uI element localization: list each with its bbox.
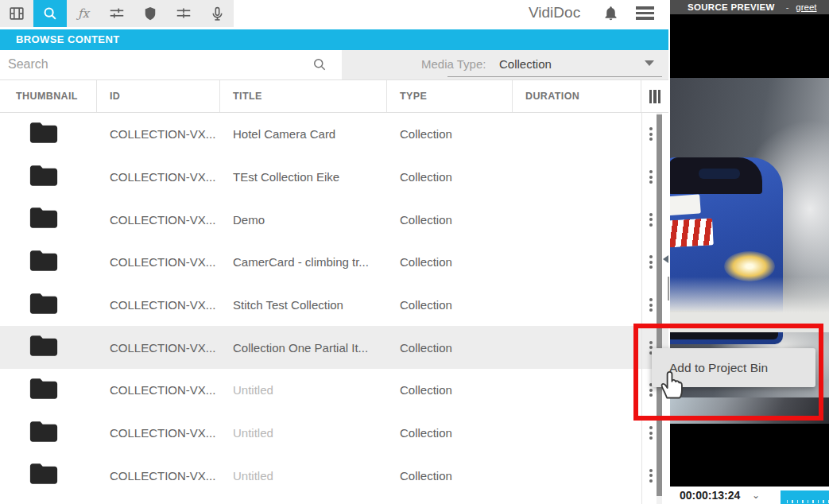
row-title: Untitled xyxy=(220,469,387,483)
source-preview-header: SOURCE PREVIEW - greet xyxy=(670,0,829,14)
row-type: Collection xyxy=(387,213,513,227)
table-row[interactable]: COLLECTION-VX... Demo Collection xyxy=(0,198,668,241)
row-title: Untitled xyxy=(220,383,387,397)
row-id: COLLECTION-VX... xyxy=(97,127,220,141)
media-type-value: Collection xyxy=(499,57,552,71)
header-separator: - xyxy=(786,2,789,12)
row-id: COLLECTION-VX... xyxy=(97,383,220,397)
row-type: Collection xyxy=(387,170,513,184)
timecode-chevron-icon[interactable]: ⌄ xyxy=(752,490,760,501)
timeline-button[interactable] xyxy=(781,490,829,504)
hand-cursor-icon xyxy=(657,367,687,404)
search-input[interactable] xyxy=(8,52,326,76)
app-title: VidiDoc xyxy=(529,4,580,21)
row-type: Collection xyxy=(387,255,513,269)
chevron-down-icon[interactable] xyxy=(645,60,654,66)
row-title: Demo xyxy=(220,213,387,227)
table-body: COLLECTION-VX... Hotel Camera Card Colle… xyxy=(0,113,668,504)
shield-icon[interactable] xyxy=(134,0,167,27)
folder-icon xyxy=(29,347,59,361)
thumbnail-cell xyxy=(0,461,97,490)
table-row[interactable]: COLLECTION-VX... TEst Collection Eike Co… xyxy=(0,156,668,199)
folder-icon xyxy=(29,219,59,233)
row-type: Collection xyxy=(387,383,513,397)
column-header-title[interactable]: TITLE xyxy=(220,80,387,112)
row-id: COLLECTION-VX... xyxy=(97,298,220,312)
table-row[interactable]: COLLECTION-VX... Untitled Collection xyxy=(0,369,668,412)
row-title: Hotel Camera Card xyxy=(220,127,387,141)
source-preview-title: SOURCE PREVIEW xyxy=(688,2,775,12)
vididoc-app: ƒx xyxy=(0,0,829,504)
microphone-icon[interactable] xyxy=(200,0,234,27)
collapse-panel-arrow-icon[interactable] xyxy=(663,255,668,263)
row-type: Collection xyxy=(387,127,513,141)
tool-strip: ƒx xyxy=(0,0,234,27)
video-preview xyxy=(670,14,829,487)
row-id: COLLECTION-VX... xyxy=(97,170,220,184)
thumbnail-cell xyxy=(0,248,97,277)
pane-divider-handle[interactable] xyxy=(668,277,669,300)
row-id: COLLECTION-VX... xyxy=(97,213,220,227)
folder-icon xyxy=(29,390,59,404)
row-id: COLLECTION-VX... xyxy=(97,426,220,440)
media-type-select[interactable]: Media Type: Collection xyxy=(342,50,668,79)
timecode-display: 00:00:13:24 xyxy=(680,489,740,502)
folder-icon xyxy=(29,433,59,447)
table-row[interactable]: COLLECTION-VX... Untitled Collection xyxy=(0,412,668,455)
top-toolbar: ƒx xyxy=(0,0,670,27)
row-title: Untitled xyxy=(220,426,387,440)
row-title: TEst Collection Eike xyxy=(220,170,387,184)
bell-icon[interactable] xyxy=(602,5,619,25)
scrollbar-thumb[interactable] xyxy=(657,114,662,496)
row-title: CamerCard - climbing tr... xyxy=(220,255,387,269)
thumbnail-cell xyxy=(0,419,97,448)
thumbnail-cell xyxy=(0,376,97,405)
folder-icon xyxy=(29,475,59,489)
thumbnail-cell xyxy=(0,291,97,320)
column-header-id[interactable]: ID xyxy=(97,80,220,112)
thumbnail-cell xyxy=(0,163,97,192)
row-id: COLLECTION-VX... xyxy=(97,469,220,483)
table-scrollbar xyxy=(657,113,662,504)
row-title: Stitch Test Collection xyxy=(220,298,387,312)
search-box xyxy=(0,50,342,79)
folder-icon xyxy=(29,177,59,191)
effects-icon[interactable]: ƒx xyxy=(67,0,100,27)
film-panel-icon[interactable] xyxy=(0,0,33,27)
table-row[interactable]: COLLECTION-VX... Stitch Test Collection … xyxy=(0,284,668,327)
row-type: Collection xyxy=(387,426,513,440)
row-id: COLLECTION-VX... xyxy=(97,255,220,269)
folder-icon xyxy=(29,134,59,148)
folder-icon xyxy=(29,262,59,276)
thumbnail-cell xyxy=(0,120,97,149)
row-type: Collection xyxy=(387,469,513,483)
column-header-thumbnail[interactable]: THUMBNAIL xyxy=(0,80,97,112)
column-picker-icon[interactable] xyxy=(641,90,668,103)
media-type-label: Media Type: xyxy=(421,57,486,71)
thumbnail-cell xyxy=(0,205,97,234)
filter-row: Media Type: Collection xyxy=(0,50,668,79)
table-row[interactable]: COLLECTION-VX... CamerCard - climbing tr… xyxy=(0,241,668,284)
player-controls: 00:00:13:24 ⌄ xyxy=(670,487,829,504)
thumbnail-cell xyxy=(0,333,97,362)
row-id: COLLECTION-VX... xyxy=(97,341,220,355)
row-type: Collection xyxy=(387,298,513,312)
tune-icon[interactable] xyxy=(100,0,134,27)
source-preview-pane: SOURCE PREVIEW - greet 00:00:13:24 ⌄ xyxy=(670,0,829,504)
search-icon[interactable] xyxy=(312,56,327,76)
table-row[interactable]: COLLECTION-VX... Untitled Collection xyxy=(0,455,668,498)
search-icon[interactable] xyxy=(33,0,67,27)
column-header-duration[interactable]: DURATION xyxy=(513,80,641,112)
source-item-link[interactable]: greet xyxy=(796,2,816,12)
table-row[interactable]: COLLECTION-VX... Collection One Partial … xyxy=(0,326,668,369)
table-header: THUMBNAIL ID TITLE TYPE DURATION xyxy=(0,79,668,113)
menu-icon[interactable] xyxy=(636,6,654,20)
video-lower-scene xyxy=(670,397,829,424)
adjust-icon[interactable] xyxy=(167,0,200,27)
browse-content-header: BROWSE CONTENT xyxy=(0,29,668,50)
row-title: Collection One Partial It... xyxy=(220,341,387,355)
table-row[interactable]: COLLECTION-VX... Hotel Camera Card Colle… xyxy=(0,113,668,156)
row-type: Collection xyxy=(387,341,513,355)
folder-icon xyxy=(29,305,59,319)
column-header-type[interactable]: TYPE xyxy=(387,80,513,112)
